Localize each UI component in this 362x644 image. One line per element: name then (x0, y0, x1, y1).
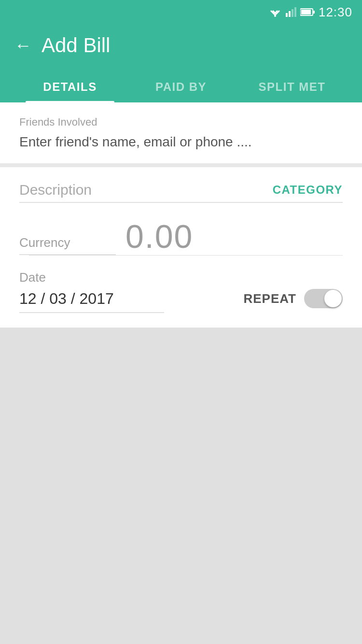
date-value[interactable]: 12 / 03 / 2017 (19, 290, 114, 308)
friends-section: Friends Involved (0, 102, 362, 167)
description-divider (19, 202, 343, 203)
toggle-knob (324, 290, 342, 307)
main-content: Friends Involved CATEGORY Currency Date … (0, 102, 362, 328)
category-button[interactable]: CATEGORY (273, 183, 343, 197)
header-top: ← Add Bill (14, 34, 348, 57)
tab-paid-by[interactable]: PAID BY (125, 72, 237, 102)
date-repeat-row: 12 / 03 / 2017 REPEAT (19, 289, 343, 308)
friends-input[interactable] (19, 134, 343, 150)
clock-display: 12:30 (319, 5, 352, 20)
amount-input[interactable] (116, 217, 362, 255)
wifi-icon (268, 7, 282, 17)
repeat-container: REPEAT (243, 289, 343, 308)
svg-rect-5 (292, 9, 293, 17)
currency-label: Currency (19, 235, 116, 250)
svg-rect-8 (301, 10, 311, 14)
app-header: ← Add Bill DETAILS PAID BY SPLIT MET (0, 24, 362, 102)
friends-label: Friends Involved (19, 116, 343, 129)
svg-rect-9 (313, 11, 315, 14)
date-section: Date 12 / 03 / 2017 REPEAT (19, 270, 343, 313)
date-divider (19, 312, 164, 313)
form-section: CATEGORY Currency Date 12 / 03 / 2017 RE… (0, 167, 362, 328)
currency-left: Currency (19, 235, 116, 255)
svg-rect-3 (286, 13, 288, 17)
signal-icon (286, 7, 296, 17)
description-input[interactable] (19, 182, 273, 198)
spacer (19, 256, 343, 270)
tab-split-method[interactable]: SPLIT MET (237, 72, 348, 102)
status-icons: 12:30 (268, 5, 352, 20)
page-title: Add Bill (42, 34, 110, 57)
status-bar: 12:30 (0, 0, 362, 24)
tab-details[interactable]: DETAILS (14, 72, 125, 102)
svg-point-2 (274, 15, 276, 17)
battery-icon (300, 8, 315, 16)
repeat-toggle[interactable] (304, 289, 343, 308)
currency-divider (19, 254, 116, 255)
back-button[interactable]: ← (14, 37, 32, 54)
svg-rect-6 (294, 7, 296, 17)
currency-row: Currency (19, 217, 343, 255)
bottom-area (0, 328, 362, 501)
tab-bar: DETAILS PAID BY SPLIT MET (14, 72, 348, 102)
repeat-label: REPEAT (243, 291, 296, 306)
date-label: Date (19, 270, 343, 285)
description-row: CATEGORY (19, 182, 343, 198)
svg-rect-4 (289, 11, 291, 17)
